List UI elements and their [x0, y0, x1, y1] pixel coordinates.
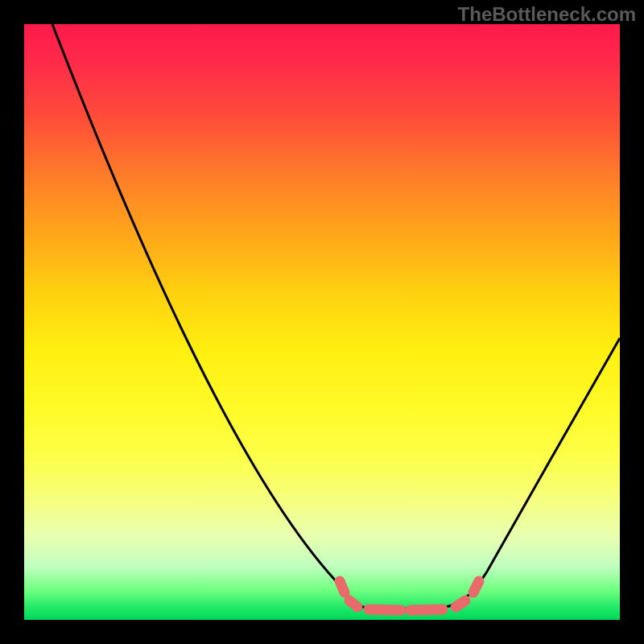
svg-line-4	[456, 601, 465, 607]
svg-line-3	[411, 609, 443, 610]
svg-line-0	[340, 581, 345, 592]
watermark-text: TheBottleneck.com	[458, 3, 636, 26]
svg-line-5	[473, 581, 479, 592]
svg-line-2	[369, 609, 401, 610]
bottleneck-curve	[52, 24, 620, 609]
plot-area	[24, 24, 620, 620]
trough-markers	[340, 581, 479, 610]
curve-overlay	[24, 24, 620, 620]
chart-container: TheBottleneck.com	[0, 0, 644, 644]
svg-line-1	[349, 601, 357, 607]
